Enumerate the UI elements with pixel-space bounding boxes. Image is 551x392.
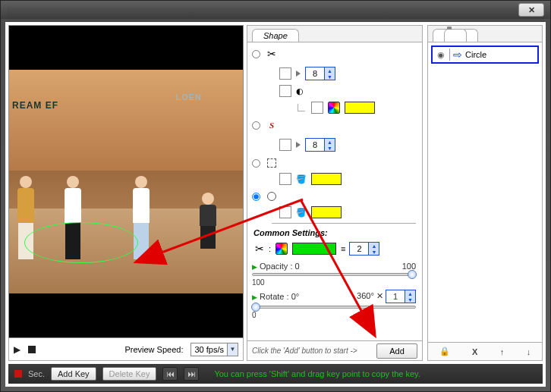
- scissors-width-stepper[interactable]: 8 ▲▼: [305, 67, 335, 80]
- common-width-value: 2: [350, 243, 368, 255]
- app-window: ✕ REAM EF LOEN: [0, 0, 551, 392]
- transport-bar: ▶ Preview Speed: 30 fps/s ▼: [8, 338, 244, 361]
- scissors-color-swatch[interactable]: [345, 102, 375, 114]
- crop-fill-checkbox[interactable]: [279, 173, 291, 185]
- sec-label: Sec.: [28, 369, 45, 378]
- scissors-icon: ✂: [255, 243, 264, 254]
- rotate-slider[interactable]: [252, 306, 416, 309]
- titlebar: ✕: [1, 1, 550, 19]
- delete-layer-button[interactable]: X: [472, 347, 477, 356]
- tab-shape[interactable]: Shape: [252, 29, 299, 42]
- video-scene: REAM EF LOEN: [9, 70, 243, 294]
- crop-color-swatch[interactable]: [311, 173, 342, 185]
- layers-list: ◉ ⇨ Circle: [428, 42, 542, 342]
- common-color-picker-icon[interactable]: [276, 243, 288, 255]
- delete-key-button[interactable]: Delete Key: [102, 367, 157, 381]
- play-button[interactable]: ▶: [14, 344, 20, 355]
- tool-scissors-radio[interactable]: [252, 50, 260, 58]
- shape-panel-body: ✂ 8 ▲▼ ◐: [247, 42, 422, 340]
- circle-color-swatch[interactable]: [311, 206, 342, 218]
- rotate-slider-row: ▶ Rotate : 0° 360° ✕ 1 ▲▼: [252, 290, 416, 319]
- eye-icon[interactable]: ◉: [436, 49, 446, 60]
- tool-circle-radio[interactable]: [252, 193, 260, 201]
- curve-width-value: 8: [306, 139, 324, 151]
- rotate-max: 360°: [357, 291, 374, 300]
- preview-speed-label: Preview Speed:: [124, 345, 183, 354]
- arrowhead-icon: [296, 71, 301, 77]
- layer-item-circle[interactable]: ◉ ⇨ Circle: [431, 45, 539, 64]
- shape-tab-bar: Shape: [247, 26, 422, 42]
- window-close-button[interactable]: ✕: [518, 3, 544, 17]
- scissors-fill-checkbox[interactable]: [279, 85, 291, 97]
- tab-layers[interactable]: [433, 29, 478, 42]
- color-picker-icon[interactable]: [328, 102, 340, 114]
- common-settings-heading: Common Settings:: [253, 228, 416, 237]
- preview-speed-dropdown[interactable]: 30 fps/s ▼: [190, 343, 238, 356]
- timeline-tip: You can press 'Shift' and drag key point…: [214, 369, 420, 378]
- next-key-button[interactable]: ⏭: [184, 367, 199, 381]
- circle-fill-checkbox[interactable]: [279, 206, 291, 218]
- scissors-cap-checkbox[interactable]: [279, 67, 291, 80]
- layers-tab-bar: [428, 26, 542, 42]
- record-indicator-icon: [14, 370, 22, 378]
- add-hint: Click the 'Add' button to start ->: [252, 347, 372, 355]
- main-row: REAM EF LOEN ▶ Preview Speed: 30 fps/s: [8, 25, 543, 361]
- rotate-value: 0: [252, 311, 416, 319]
- layer-down-button[interactable]: ↓: [527, 347, 531, 356]
- curve-width-stepper[interactable]: 8 ▲▼: [305, 138, 335, 152]
- preview-speed-value: 30 fps/s: [191, 345, 227, 354]
- tool-row-curve: S: [252, 118, 416, 132]
- shape-panel-footer: Click the 'Add' button to start -> Add: [247, 340, 422, 360]
- tool-curve-radio[interactable]: [252, 121, 260, 130]
- stop-button[interactable]: [28, 346, 36, 353]
- camera-icon: [444, 29, 467, 42]
- globe-icon: ◐: [296, 86, 304, 96]
- content-area: REAM EF LOEN ▶ Preview Speed: 30 fps/s: [5, 22, 546, 387]
- opacity-value: 100: [252, 278, 416, 287]
- scissors-color-checkbox[interactable]: [311, 102, 323, 114]
- tool-row-crop: [252, 156, 416, 170]
- wall-text-left: REAM EF: [12, 100, 58, 111]
- lock-icon[interactable]: 🔒: [439, 347, 450, 356]
- add-key-button[interactable]: Add Key: [51, 367, 96, 381]
- opacity-slider[interactable]: [252, 273, 416, 276]
- layers-footer: 🔒 X ↑ ↓: [428, 342, 542, 360]
- tool-crop-radio[interactable]: [252, 159, 260, 168]
- rotate-label: Rotate: [260, 292, 284, 301]
- close-icon: ✕: [528, 5, 535, 15]
- arrow-right-icon: ⇨: [453, 49, 462, 61]
- common-color-swatch[interactable]: [292, 243, 336, 255]
- curve-icon: S: [265, 118, 279, 132]
- prev-key-button[interactable]: ⏮: [162, 367, 178, 381]
- timeline-bar: Sec. Add Key Delete Key ⏮ ⏭ You can pres…: [8, 364, 543, 384]
- paint-bucket-icon: 🪣: [296, 174, 307, 184]
- scissors-icon: ✂: [265, 47, 279, 61]
- rotate-mult-stepper[interactable]: 1 ▲▼: [386, 290, 416, 303]
- line-style-icon: [341, 245, 345, 253]
- curve-cap-checkbox[interactable]: [279, 139, 291, 151]
- shape-panel: Shape ✂ 8 ▲▼: [247, 25, 423, 361]
- layer-up-button[interactable]: ↑: [500, 347, 505, 356]
- paint-bucket-icon: 🪣: [296, 208, 307, 218]
- circle-icon: [265, 190, 279, 203]
- opacity-slider-row: ▶ Opacity : 0 100 100: [252, 262, 416, 287]
- tool-row-circle: [252, 190, 416, 203]
- video-preview[interactable]: REAM EF LOEN: [8, 25, 244, 338]
- opacity-max: 100: [402, 262, 416, 271]
- opacity-label: Opacity: [260, 262, 288, 271]
- layers-panel: ◉ ⇨ Circle 🔒 X ↑ ↓: [427, 25, 543, 361]
- layer-label: Circle: [465, 50, 486, 59]
- scissors-width-value: 8: [306, 67, 324, 80]
- wall-text-right: LOEN: [175, 93, 202, 102]
- preview-pane: REAM EF LOEN ▶ Preview Speed: 30 fps/s: [8, 25, 244, 361]
- crop-icon: [265, 156, 279, 170]
- tool-row-scissors: ✂: [252, 47, 416, 61]
- arrowhead-icon: [296, 142, 301, 148]
- add-button[interactable]: Add: [376, 343, 417, 359]
- common-width-stepper[interactable]: 2 ▲▼: [349, 242, 379, 256]
- chevron-down-icon: ▼: [227, 343, 238, 356]
